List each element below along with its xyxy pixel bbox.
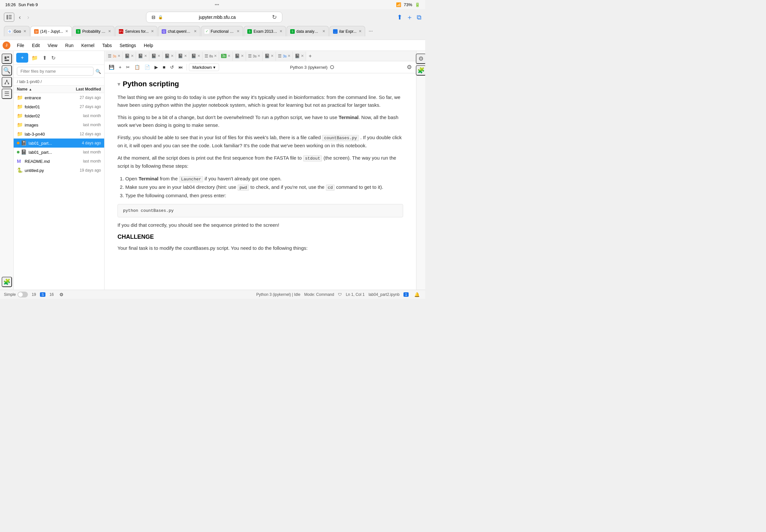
nb-tab-9[interactable]: 3s ✕	[219, 52, 233, 61]
nb-tab-close-4[interactable]: ✕	[157, 54, 160, 58]
notification-badge[interactable]: 1	[404, 292, 409, 297]
reload-button[interactable]: ↻	[272, 14, 277, 21]
nb-tab-14[interactable]: 📓 ✕	[293, 52, 306, 61]
browser-tab-9[interactable]: ... ilar Expr... ✕	[329, 26, 365, 36]
tabs-button[interactable]: ⧉	[417, 14, 421, 21]
nb-tab-close-14[interactable]: ✕	[301, 54, 304, 58]
menu-help[interactable]: Help	[140, 42, 156, 49]
nb-tab-close-7[interactable]: ✕	[197, 54, 200, 58]
nb-tab-close-10[interactable]: ✕	[241, 54, 244, 58]
refresh-button[interactable]: ↻	[50, 54, 57, 62]
right-extensions-icon[interactable]: 🧩	[416, 65, 426, 76]
name-column-header[interactable]: Name	[17, 87, 28, 91]
paragraph-2: This is going to be a bit of a change, b…	[117, 114, 403, 129]
add-notebook-tab-button[interactable]: +	[306, 52, 314, 60]
menu-tabs[interactable]: Tabs	[99, 42, 115, 49]
forward-button[interactable]: ›	[25, 13, 31, 21]
upload-button[interactable]: ⬆	[41, 54, 48, 62]
file-item-folder01[interactable]: 📁 folder01 27 days ago	[14, 102, 104, 111]
nb-tab-4[interactable]: 📓 ✕	[149, 52, 163, 61]
copy-button[interactable]: 📋	[133, 64, 141, 71]
nb-tab-close-13[interactable]: ✕	[287, 54, 290, 58]
menu-view[interactable]: View	[44, 42, 61, 49]
extensions-icon-button[interactable]: 🧩	[2, 277, 12, 287]
add-cell-button[interactable]: +	[117, 64, 123, 71]
back-button[interactable]: ‹	[17, 13, 23, 21]
cut-button[interactable]: ✂	[124, 64, 131, 71]
menu-file[interactable]: File	[14, 42, 28, 49]
browser-tab-7[interactable]: S Exam 2013 A... ✕	[244, 26, 286, 36]
nb-tab-close-6[interactable]: ✕	[184, 54, 187, 58]
menu-icon-button[interactable]: ☰	[2, 89, 12, 99]
interrupt-button[interactable]: ■	[161, 64, 167, 71]
settings-right-button[interactable]: ⚙	[405, 63, 414, 72]
browser-tab-3[interactable]: S Probability a... ✕	[72, 26, 115, 36]
browser-tab-2[interactable]: Jp (14) - Jupyt... ✕	[30, 26, 72, 36]
mode-selector[interactable]: Markdown ▾	[189, 64, 219, 71]
nb-tab-close-2[interactable]: ✕	[131, 54, 134, 58]
folder-icon: 📁	[17, 104, 23, 110]
nb-tab-6[interactable]: 📓 ✕	[176, 52, 189, 61]
file-item-untitled[interactable]: 🐍 untitled.py 19 days ago	[14, 166, 104, 175]
menu-run[interactable]: Run	[62, 42, 77, 49]
browser-tab-4[interactable]: SFU Services for... ✕	[115, 26, 157, 36]
run-button[interactable]: ▶	[153, 64, 160, 71]
file-item-folder02[interactable]: 📁 folder02 last month	[14, 111, 104, 120]
sidebar-toggle-button[interactable]	[4, 13, 14, 22]
new-tab-button[interactable]: ＋	[407, 13, 413, 22]
nb-tab-12[interactable]: 📓 ✕	[262, 52, 276, 61]
toggle-switch-control[interactable]	[18, 292, 28, 297]
nb-tab-3[interactable]: 📓 ✕	[136, 52, 149, 61]
nb-tab-2[interactable]: 📓 ✕	[123, 52, 136, 61]
nb-tab-close-12[interactable]: ✕	[271, 54, 273, 58]
menu-kernel[interactable]: Kernel	[78, 42, 97, 49]
running-indicator	[17, 142, 19, 144]
status-badge-s[interactable]: S	[40, 292, 45, 297]
nb-tab-1[interactable]: ☰ 3s ✕	[106, 52, 123, 61]
file-item-readme[interactable]: M README.md last month	[14, 157, 104, 166]
files-icon-button[interactable]	[2, 54, 12, 64]
more-tabs-button[interactable]: ···	[366, 27, 375, 35]
filename-display: lab04_part2.ipynb	[368, 292, 399, 297]
notification-bell[interactable]: 🔔	[413, 291, 421, 298]
git-icon-button[interactable]	[2, 77, 12, 87]
nb-tab-8[interactable]: ☰ 8s ✕	[202, 52, 219, 61]
nb-tab-5[interactable]: 📓 ✕	[163, 52, 176, 61]
nb-tab-close-5[interactable]: ✕	[171, 54, 174, 58]
nb-tab-11[interactable]: ☰ 3s ✕	[246, 52, 263, 61]
file-item-lab01-part2[interactable]: 📓 lab01_part... last month	[14, 148, 104, 157]
share-button[interactable]: ⬆	[397, 13, 403, 21]
nb-tab-close-8[interactable]: ✕	[214, 54, 217, 58]
browser-tab-5[interactable]: Q chat.qwenlm... ✕	[158, 26, 200, 36]
search-icon-button[interactable]: 🔍	[2, 65, 12, 76]
nb-tab-close-9[interactable]: ✕	[227, 54, 230, 58]
right-settings-icon[interactable]: ⚙	[416, 54, 426, 64]
nb-tab-close-1[interactable]: ✕	[117, 54, 120, 58]
new-button[interactable]: +	[16, 53, 28, 63]
file-item-entrance[interactable]: 📁 entrance 27 days ago	[14, 93, 104, 102]
file-item-lab3[interactable]: 📁 lab-3-pn40 12 days ago	[14, 129, 104, 139]
fast-forward-button[interactable]: ⏭	[177, 64, 185, 71]
modified-column-header[interactable]: Last Modified	[68, 87, 101, 91]
browser-tab-6[interactable]: ✓ Functional G... ✕	[201, 26, 243, 36]
menu-settings[interactable]: Settings	[116, 42, 140, 49]
browser-tab-8[interactable]: S data analysi... ✕	[286, 26, 329, 36]
gear-bottom-button[interactable]: ⚙	[58, 291, 65, 298]
section-toggle-icon[interactable]: ▾	[117, 81, 120, 87]
nb-tab-7[interactable]: 📓 ✕	[189, 52, 202, 61]
search-input[interactable]	[17, 67, 93, 76]
file-item-images[interactable]: 📁 images last month	[14, 120, 104, 129]
address-bar[interactable]: ⊟ 🔒 jupyter.mbb.sfu.ca ↻	[146, 12, 282, 23]
file-item-lab01-part1[interactable]: 📓 lab01_part... 4 days ago	[14, 139, 104, 148]
nb-tab-close-11[interactable]: ✕	[257, 54, 260, 58]
menu-edit[interactable]: Edit	[29, 42, 43, 49]
nb-tab-13[interactable]: ☰ 3s ✕	[276, 52, 293, 61]
nb-tab-10[interactable]: 📓 ✕	[233, 52, 246, 61]
nb-tab-close-3[interactable]: ✕	[144, 54, 147, 58]
save-button[interactable]: 💾	[107, 64, 116, 71]
browser-tab-1[interactable]: G Goo ✕	[4, 26, 30, 36]
upload-folder-button[interactable]: 📁	[30, 54, 39, 62]
restart-button[interactable]: ↺	[168, 64, 176, 71]
simple-toggle[interactable]: Simple	[4, 292, 28, 297]
paste-button[interactable]: 📄	[143, 64, 152, 71]
